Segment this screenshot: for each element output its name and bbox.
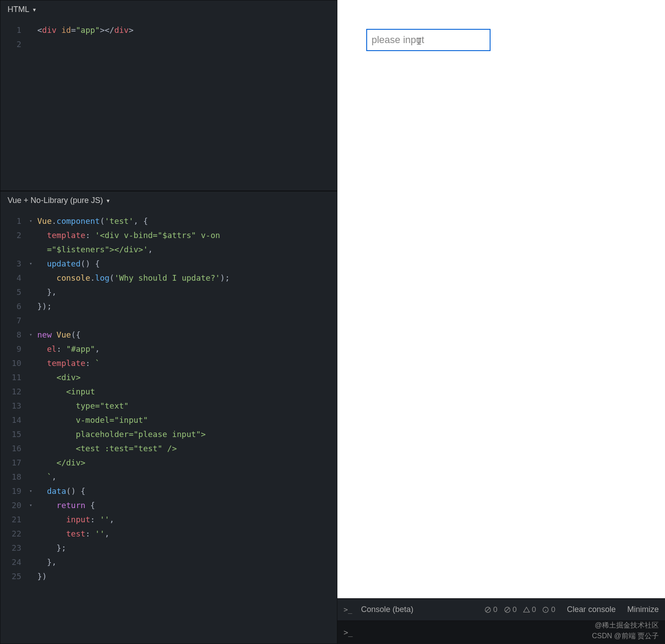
line-number: 5 [0,285,29,299]
js-editor[interactable]: 1▾Vue.component('test', {2 template: '<d… [0,210,337,644]
fold-icon[interactable]: ▾ [29,214,37,228]
fold-icon[interactable]: ▾ [29,498,37,513]
html-editor[interactable]: 1<div id="app"></div>2 [0,19,337,191]
code-content[interactable]: new Vue({ [37,328,81,342]
code-content[interactable]: template: '<div v-bind="$attrs" v-on ="$… [37,228,220,257]
fold-icon[interactable]: ▾ [29,484,37,498]
js-pane: Vue + No-Library (pure JS) ▼ 1▾Vue.compo… [0,191,337,644]
svg-line-3 [506,608,509,612]
info-icon [542,606,549,613]
code-line[interactable]: 24 }, [0,555,337,569]
line-number: 8 [0,328,29,342]
code-line[interactable]: 12 <input [0,385,337,399]
code-line[interactable]: 5 }, [0,285,337,299]
code-content[interactable]: <div> [37,370,81,385]
code-line[interactable]: 23 }; [0,541,337,555]
code-line[interactable]: 19▾ data() { [0,484,337,498]
code-content[interactable]: input: '', [37,513,114,527]
preview-text-input[interactable] [366,29,491,51]
code-line[interactable]: 22 test: '', [0,527,337,541]
code-content[interactable]: test: '', [37,527,110,541]
html-pane: HTML ▼ 1<div id="app"></div>2 [0,0,337,191]
code-content[interactable]: }, [37,555,56,569]
line-number: 13 [0,399,29,413]
chevron-down-icon: ▼ [32,7,37,12]
code-line[interactable]: 1<div id="app"></div> [0,23,337,37]
code-line[interactable]: 16 <test :test="test" /> [0,441,337,456]
code-content[interactable]: placeholder="please input"> [37,427,206,441]
console-warnings[interactable]: 0 [504,605,517,614]
code-line[interactable]: 6}); [0,299,337,314]
console-info[interactable]: 0 [523,605,536,614]
code-content[interactable]: return { [37,498,95,513]
code-content[interactable]: type="text" [37,399,129,413]
code-line[interactable]: 2 template: '<div v-bind="$attrs" v-on =… [0,228,337,257]
code-content[interactable]: <input [37,385,95,399]
code-content[interactable]: }); [37,299,52,314]
code-line[interactable]: 7 [0,314,337,328]
line-number: 6 [0,299,29,314]
code-line[interactable]: 1▾Vue.component('test', { [0,214,337,228]
code-line[interactable]: 17 </div> [0,456,337,470]
no-entry-icon [504,606,511,613]
console-input-prompt-icon: >_ [344,628,352,637]
line-number: 18 [0,470,29,484]
code-line[interactable]: 10 template: ` [0,356,337,370]
line-number: 15 [0,427,29,441]
code-line[interactable]: 15 placeholder="please input"> [0,427,337,441]
svg-line-1 [486,608,490,612]
line-number: 11 [0,370,29,385]
code-content[interactable]: <test :test="test" /> [37,441,177,456]
code-line[interactable]: 2 [0,37,337,52]
code-content[interactable]: data() { [37,484,85,498]
code-content[interactable]: template: ` [37,356,100,370]
fold-icon[interactable]: ▾ [29,257,37,271]
code-line[interactable]: 14 v-model="input" [0,413,337,427]
line-number: 1 [0,23,29,37]
code-line[interactable]: 3▾ updated() { [0,257,337,271]
console-prompt-icon: >_ [344,605,352,614]
code-line[interactable]: 20▾ return { [0,498,337,513]
code-line[interactable]: 18 `, [0,470,337,484]
minimize-button[interactable]: Minimize [627,605,659,614]
preview-pane: 𝙸 [337,0,665,644]
code-content[interactable]: el: "#app", [37,342,100,356]
console-logs[interactable]: 0 [542,605,555,614]
console-errors[interactable]: 0 [484,605,497,614]
code-content[interactable]: `, [37,470,56,484]
line-number: 24 [0,555,29,569]
js-pane-title: Vue + No-Library (pure JS) [8,196,103,205]
watermark-line-2: CSDN @前端 贾公子 [592,631,659,641]
code-line[interactable]: 13 type="text" [0,399,337,413]
line-number: 2 [0,228,29,242]
code-content[interactable]: v-model="input" [37,413,148,427]
code-content[interactable]: updated() { [37,257,100,271]
line-number: 17 [0,456,29,470]
code-content[interactable]: }, [37,285,56,299]
no-entry-icon [484,606,491,613]
code-line[interactable]: 4 console.log('Why should I update?'); [0,271,337,285]
code-content[interactable]: }; [37,541,66,555]
code-line[interactable]: 11 <div> [0,370,337,385]
line-number: 21 [0,513,29,527]
line-number: 9 [0,342,29,356]
code-line[interactable]: 8▾new Vue({ [0,328,337,342]
code-content[interactable]: </div> [37,456,85,470]
fold-icon[interactable]: ▾ [29,328,37,342]
html-pane-header[interactable]: HTML ▼ [0,0,337,19]
line-number: 22 [0,527,29,541]
code-line[interactable]: 21 input: '', [0,513,337,527]
code-line[interactable]: 9 el: "#app", [0,342,337,356]
clear-console-button[interactable]: Clear console [567,605,616,614]
line-number: 12 [0,385,29,399]
line-number: 25 [0,569,29,584]
line-number: 23 [0,541,29,555]
code-content[interactable]: console.log('Why should I update?'); [37,271,230,285]
line-number: 14 [0,413,29,427]
code-content[interactable]: <div id="app"></div> [37,23,134,37]
code-line[interactable]: 25}) [0,569,337,584]
code-content[interactable]: Vue.component('test', { [37,214,148,228]
html-pane-title: HTML [8,5,29,14]
code-content[interactable]: }) [37,569,47,584]
js-pane-header[interactable]: Vue + No-Library (pure JS) ▼ [0,191,337,210]
